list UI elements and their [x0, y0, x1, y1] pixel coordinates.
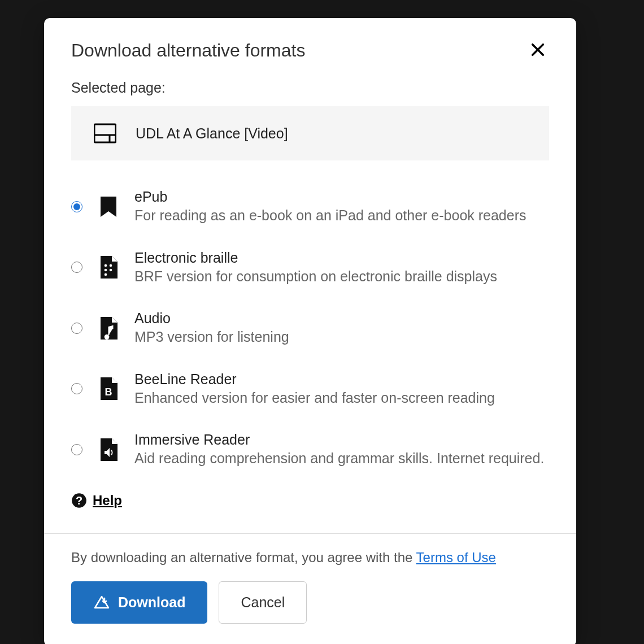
close-icon [530, 42, 546, 58]
format-radio-immersive[interactable] [71, 444, 82, 455]
modal-footer: By downloading an alternative format, yo… [44, 533, 576, 645]
format-option-audio[interactable]: Audio MP3 version for listening [71, 310, 549, 346]
modal-header: Download alternative formats [44, 18, 576, 63]
help-icon: ? [71, 493, 87, 508]
format-desc: Aid reading comprehension and grammar sk… [134, 449, 549, 468]
cancel-label: Cancel [241, 594, 285, 611]
format-desc: MP3 version for listening [134, 328, 549, 346]
format-option-braille[interactable]: Electronic braille BRF version for consu… [71, 250, 549, 286]
format-options: ePub For reading as an e-book on an iPad… [71, 189, 549, 468]
terms-text: By downloading an alternative format, yo… [71, 550, 549, 565]
help-link[interactable]: ? Help [71, 493, 122, 508]
format-radio-audio[interactable] [71, 323, 82, 334]
page-icon [94, 123, 116, 143]
modal-body: Selected page: UDL At A Glance [Video] e… [44, 63, 576, 511]
format-desc: BRF version for consumption on electroni… [134, 267, 549, 286]
svg-point-5 [105, 273, 107, 276]
format-title: Immersive Reader [134, 432, 549, 448]
selected-page-box: UDL At A Glance [Video] [71, 106, 549, 160]
close-button[interactable] [526, 38, 549, 63]
immersive-file-icon [97, 438, 120, 461]
audio-file-icon [97, 317, 120, 340]
svg-text:B: B [105, 386, 112, 398]
format-option-beeline[interactable]: B BeeLine Reader Enhanced version for ea… [71, 371, 549, 407]
svg-text:?: ? [76, 494, 82, 507]
bookmark-icon [97, 195, 120, 218]
terms-prefix: By downloading an alternative format, yo… [71, 550, 416, 565]
format-option-immersive[interactable]: Immersive Reader Aid reading comprehensi… [71, 432, 549, 468]
help-label: Help [93, 493, 122, 508]
format-title: Electronic braille [134, 250, 549, 266]
download-formats-modal: Download alternative formats Selected pa… [44, 18, 576, 644]
format-title: BeeLine Reader [134, 371, 549, 388]
format-radio-beeline[interactable] [71, 383, 82, 394]
beeline-file-icon: B [97, 377, 120, 400]
format-desc: Enhanced version for easier and faster o… [134, 389, 549, 407]
download-button[interactable]: Download [71, 581, 207, 624]
modal-title: Download alternative formats [71, 40, 305, 61]
download-icon [93, 595, 110, 610]
cancel-button[interactable]: Cancel [219, 581, 307, 624]
format-title: Audio [134, 310, 549, 327]
svg-rect-0 [94, 124, 116, 142]
format-title: ePub [134, 189, 549, 205]
format-radio-braille[interactable] [71, 262, 82, 273]
svg-point-7 [110, 269, 112, 272]
svg-point-3 [105, 264, 107, 267]
svg-point-6 [110, 264, 112, 267]
format-radio-epub[interactable] [71, 201, 82, 212]
format-option-epub[interactable]: ePub For reading as an e-book on an iPad… [71, 189, 549, 225]
terms-of-use-link[interactable]: Terms of Use [416, 550, 496, 565]
download-label: Download [118, 594, 185, 611]
selected-page-label: Selected page: [71, 80, 549, 96]
selected-page-name: UDL At A Glance [Video] [136, 125, 288, 142]
braille-file-icon [97, 256, 120, 279]
svg-point-4 [105, 269, 107, 272]
format-desc: For reading as an e-book on an iPad and … [134, 206, 549, 225]
